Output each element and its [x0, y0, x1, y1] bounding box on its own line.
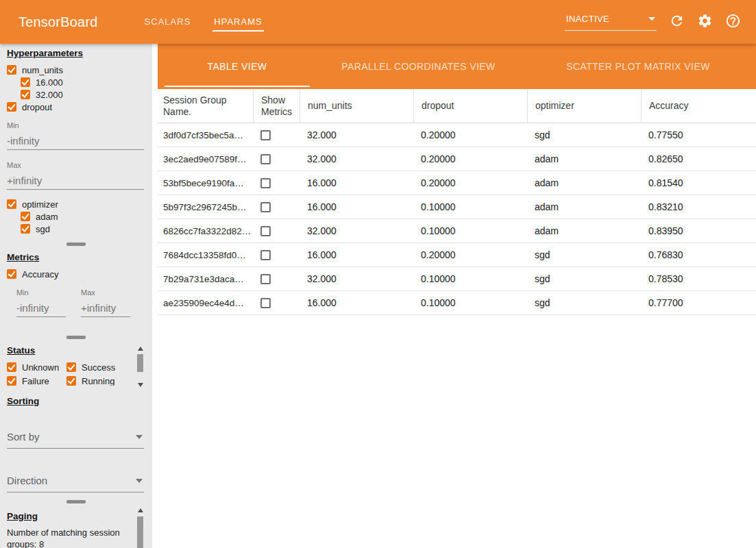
dropout-cell: 0.20000: [413, 177, 527, 188]
direction-select[interactable]: Direction: [7, 475, 144, 493]
paging-section: Paging Number of matching session groups…: [0, 506, 152, 548]
sorting-section: Sorting Sort by Direction: [0, 389, 152, 498]
table-row: 6826cc7fa3322d82… 32.000 0.10000 adam 0.…: [158, 219, 756, 243]
tab-hparams[interactable]: HPARAMS: [212, 13, 263, 32]
accuracy-cell: 0.77700: [641, 297, 756, 308]
num-units-cell: 16.000: [300, 297, 413, 308]
col-header-session-group-name: Session Group Name.: [158, 89, 253, 123]
direction-value: Direction: [7, 475, 47, 486]
optimizer-cell: sgd: [527, 297, 641, 308]
sorting-heading: Sorting: [7, 396, 145, 406]
show-metrics-checkbox[interactable]: [260, 202, 271, 212]
accuracy-max-label: Max: [81, 288, 130, 298]
session-group-name: 6826cc7fa3322d82…: [158, 226, 253, 236]
refresh-button[interactable]: [668, 14, 685, 30]
show-metrics-checkbox[interactable]: [260, 250, 271, 260]
tab-scalars[interactable]: SCALARS: [143, 13, 193, 32]
accuracy-cell: 0.77550: [641, 129, 756, 140]
topbar-actions: INACTIVE: [565, 14, 741, 31]
show-metrics-checkbox[interactable]: [260, 298, 271, 308]
accuracy-min-input[interactable]: [16, 299, 66, 317]
optimizer-cell: sgd: [527, 249, 641, 260]
optimizer-cell: adam: [527, 177, 641, 188]
scrollbar-thumb[interactable]: [137, 354, 143, 372]
tab-parallel-coordinates-view[interactable]: PARALLEL COORDINATES VIEW: [317, 44, 520, 89]
status-scrollbar: [137, 347, 144, 387]
status-unknown-checkbox[interactable]: [7, 362, 16, 372]
tab-table-view[interactable]: TABLE VIEW: [158, 44, 317, 89]
col-header-accuracy: Accuracy: [641, 89, 756, 123]
section-resize-handle[interactable]: [66, 500, 86, 503]
paging-heading: Paging: [7, 511, 145, 521]
show-metrics-checkbox[interactable]: [260, 178, 271, 188]
refresh-icon: [669, 13, 685, 31]
table-row: 53bf5bece9190fa… 16.000 0.20000 adam 0.8…: [158, 171, 756, 195]
optimizer-cell: sgd: [527, 129, 641, 140]
settings-button[interactable]: [696, 14, 713, 30]
scroll-down-icon[interactable]: [138, 383, 143, 387]
show-metrics-cell: [253, 274, 300, 284]
show-metrics-checkbox[interactable]: [260, 130, 271, 140]
scroll-up-icon[interactable]: [138, 347, 143, 351]
dropout-cell: 0.10000: [413, 297, 527, 308]
status-options: Unknown Success Failure Running: [7, 361, 130, 386]
num-units-cell: 16.000: [300, 249, 413, 260]
hparam-num-units-row: num_units: [7, 64, 145, 76]
status-unknown-label: Unknown: [22, 362, 59, 373]
accuracy-cell: 0.83950: [641, 225, 756, 236]
status-failure-checkbox[interactable]: [7, 376, 16, 386]
help-icon: [725, 13, 741, 31]
dropout-checkbox[interactable]: [7, 102, 16, 112]
session-group-name: ae235909ec4e4d…: [158, 298, 253, 308]
gear-icon: [697, 13, 713, 31]
scrollbar-thumb[interactable]: [137, 516, 143, 548]
optimizer-checkbox[interactable]: [7, 199, 16, 209]
col-header-dropout: dropout: [413, 89, 527, 123]
optimizer-adam-checkbox[interactable]: [21, 212, 30, 221]
tab-scatter-plot-matrix-view[interactable]: SCATTER PLOT MATRIX VIEW: [520, 44, 756, 89]
help-button[interactable]: [724, 14, 741, 30]
hparam-dropout-row: dropout: [7, 101, 145, 113]
sidebar-resize-gutter[interactable]: [152, 44, 158, 548]
num-units-16-checkbox[interactable]: [21, 77, 30, 87]
accuracy-checkbox[interactable]: [7, 269, 16, 279]
status-option-unknown: Unknown: [7, 361, 66, 373]
hparams-main: TABLE VIEW PARALLEL COORDINATES VIEW SCA…: [158, 44, 756, 548]
status-success-checkbox[interactable]: [66, 362, 76, 372]
col-header-show-metrics: Show Metrics: [253, 89, 300, 123]
num-units-label: num_units: [22, 65, 63, 75]
optimizer-cell: adam: [527, 153, 641, 164]
session-groups-table: Session Group Name. Show Metrics num_uni…: [158, 89, 756, 548]
section-resize-handle[interactable]: [66, 336, 86, 339]
table-row: 5b97f3c2967245b… 16.000 0.10000 adam 0.8…: [158, 195, 756, 219]
app-title: TensorBoard: [19, 14, 98, 30]
accuracy-cell: 0.78530: [641, 273, 756, 284]
status-option-running: Running: [66, 375, 126, 386]
num-units-32-checkbox[interactable]: [21, 90, 30, 99]
accuracy-max-input[interactable]: [81, 299, 130, 317]
dropout-min-input[interactable]: [7, 132, 144, 150]
reload-interval-select[interactable]: INACTIVE: [565, 14, 657, 31]
status-running-checkbox[interactable]: [66, 376, 76, 386]
optimizer-adam-label: adam: [36, 212, 58, 222]
scroll-up-icon[interactable]: [138, 508, 143, 512]
show-metrics-checkbox[interactable]: [260, 274, 271, 284]
sort-by-select[interactable]: Sort by: [7, 431, 144, 449]
optimizer-sgd-checkbox[interactable]: [21, 224, 30, 234]
num-units-cell: 16.000: [300, 201, 413, 212]
section-resize-handle[interactable]: [66, 242, 86, 246]
accuracy-minmax-labels: Min Max: [7, 280, 145, 298]
show-metrics-checkbox[interactable]: [260, 226, 271, 236]
num-units-cell: 16.000: [300, 177, 413, 188]
tensorboard-app: TensorBoard SCALARS HPARAMS INACTIVE: [0, 0, 756, 548]
dropout-cell: 0.20000: [413, 249, 527, 260]
show-metrics-checkbox[interactable]: [260, 154, 271, 164]
num-units-checkbox[interactable]: [7, 65, 16, 75]
accuracy-min-label: Min: [16, 288, 66, 298]
show-metrics-cell: [253, 178, 300, 188]
chevron-down-icon: [136, 479, 143, 483]
dropout-max-input[interactable]: [7, 172, 144, 190]
table-header-row: Session Group Name. Show Metrics num_uni…: [158, 89, 756, 123]
accuracy-cell: 0.83210: [641, 201, 756, 212]
status-option-failure: Failure: [7, 375, 66, 386]
